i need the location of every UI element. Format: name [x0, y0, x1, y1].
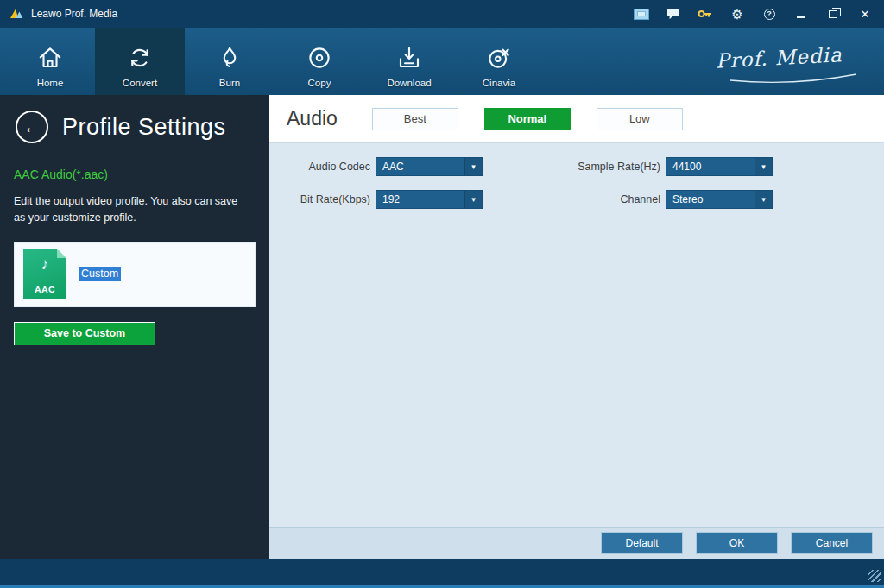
back-arrow-icon: ← [23, 117, 41, 137]
panel-header: Audio Best Normal Low [269, 95, 884, 143]
sample-rate-value: 44100 [672, 161, 701, 173]
form-row: Audio Codec AAC ▾ Sample Rate(Hz) 44100 … [298, 157, 884, 176]
sample-rate-select[interactable]: 44100 ▾ [666, 157, 773, 176]
bit-rate-value: 192 [382, 193, 400, 205]
music-note-icon: ♪ [23, 256, 66, 273]
chevron-down-icon: ▾ [464, 191, 482, 208]
save-to-custom-button[interactable]: Save to Custom [14, 322, 155, 345]
chat-icon[interactable] [665, 6, 682, 22]
titlebar: Leawo Prof. Media ⚙ ? ✕ [0, 0, 884, 28]
selected-text: Custom [79, 267, 121, 281]
audio-settings-form: Audio Codec AAC ▾ Sample Rate(Hz) 44100 … [269, 143, 884, 223]
convert-icon [125, 41, 155, 75]
panel-footer: Default OK Cancel [269, 527, 884, 559]
bit-rate-label: Bit Rate(Kbps) [298, 193, 370, 205]
minimize-icon [797, 16, 805, 18]
custom-profile-name: Custom [79, 268, 121, 280]
key-icon[interactable] [697, 6, 714, 22]
audio-codec-select[interactable]: AAC ▾ [376, 157, 483, 176]
audio-codec-label: Audio Codec [298, 161, 370, 173]
profile-description: Edit the output video profile. You also … [14, 193, 245, 226]
settings-panel: Audio Best Normal Low Audio Codec AAC ▾ … [269, 95, 884, 559]
maximize-icon [829, 10, 837, 18]
close-icon: ✕ [861, 9, 870, 20]
home-icon [36, 41, 64, 75]
chevron-down-icon: ▾ [464, 158, 482, 175]
default-button[interactable]: Default [601, 532, 683, 554]
quality-best-button[interactable]: Best [372, 108, 458, 130]
audio-codec-value: AAC [382, 161, 404, 173]
chevron-down-icon: ▾ [755, 191, 772, 208]
channel-select[interactable]: Stereo ▾ [666, 190, 773, 209]
main-nav: Home Convert Burn Copy [0, 28, 884, 95]
custom-profile-item[interactable]: ♪ AAC Custom [14, 242, 256, 307]
resize-grip[interactable] [868, 570, 881, 582]
tab-burn[interactable]: Burn [185, 28, 275, 95]
close-button[interactable]: ✕ [856, 6, 874, 22]
content: ← Profile Settings AAC Audio(*.aac) Edit… [0, 95, 884, 559]
tab-copy[interactable]: Copy [275, 28, 364, 95]
profile-name: AAC Audio(*.aac) [14, 168, 269, 181]
minimize-button[interactable] [792, 6, 810, 22]
ok-button[interactable]: OK [696, 532, 778, 554]
disc-icon [306, 41, 332, 75]
tab-convert[interactable]: Convert [95, 28, 185, 95]
channel-label: Channel [578, 193, 660, 205]
cinavia-icon [486, 41, 512, 75]
form-row: Bit Rate(Kbps) 192 ▾ Channel Stereo ▾ [298, 190, 884, 209]
screenshot-icon[interactable] [633, 6, 650, 22]
flame-icon [217, 41, 243, 75]
maximize-button[interactable] [824, 6, 842, 22]
gear-icon[interactable]: ⚙ [729, 6, 746, 22]
titlebar-actions: ⚙ ? ✕ [633, 6, 874, 22]
channel-value: Stereo [672, 193, 703, 205]
sample-rate-label: Sample Rate(Hz) [578, 161, 660, 173]
download-icon [396, 41, 422, 75]
page-title: Profile Settings [62, 114, 226, 141]
sidebar-header: ← Profile Settings [0, 95, 269, 143]
window-title: Leawo Prof. Media [31, 8, 117, 20]
back-button[interactable]: ← [16, 111, 48, 143]
bit-rate-select[interactable]: 192 ▾ [376, 190, 483, 209]
app-logo-icon [9, 7, 24, 21]
quality-low-button[interactable]: Low [597, 108, 683, 130]
brand-logo: Prof. Media [716, 43, 843, 73]
tab-home[interactable]: Home [5, 28, 95, 95]
aac-file-icon: ♪ AAC [23, 249, 66, 299]
tab-download[interactable]: Download [364, 28, 454, 95]
brand-swash [729, 73, 858, 88]
help-icon[interactable]: ? [761, 6, 778, 22]
quality-buttons: Best Normal Low [372, 108, 683, 130]
sidebar: ← Profile Settings AAC Audio(*.aac) Edit… [0, 95, 269, 559]
quality-normal-button[interactable]: Normal [484, 108, 571, 130]
app-window: Leawo Prof. Media ⚙ ? ✕ [0, 0, 884, 588]
cancel-button[interactable]: Cancel [791, 532, 873, 554]
aac-icon-label: AAC [23, 284, 66, 294]
tab-cinavia[interactable]: Cinavia [454, 28, 544, 95]
section-title: Audio [287, 107, 338, 130]
status-bar [0, 559, 884, 585]
chevron-down-icon: ▾ [755, 158, 772, 175]
